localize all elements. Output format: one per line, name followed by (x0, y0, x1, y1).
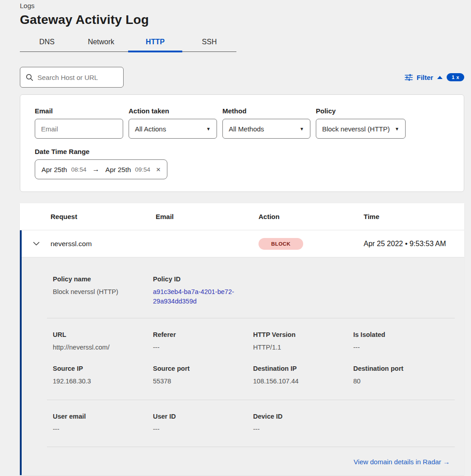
source-ip-label: Source IP (53, 365, 153, 372)
device-id-value: --- (253, 425, 353, 434)
section-divider (47, 400, 455, 400)
referer-label: Referer (153, 331, 253, 338)
section-divider (47, 447, 455, 447)
source-port-label: Source port (153, 365, 253, 372)
filter-icon (405, 74, 413, 81)
detail-policy-id: Policy ID a91c3eb4-ba7a-4201-be72-29a934… (153, 275, 253, 306)
policy-name-label: Policy name (53, 275, 153, 283)
tab-bar: DNS Network HTTP SSH (20, 34, 236, 52)
daterange-end-time[interactable]: 09:54 (135, 166, 150, 173)
log-detail-panel: Policy name Block neverssl (HTTP) Policy… (22, 257, 464, 475)
chevron-down-icon: ▼ (300, 126, 304, 131)
email-label: Email (35, 107, 123, 115)
destination-ip-value: 108.156.107.44 (253, 377, 353, 386)
filter-toggle-button[interactable]: Filter (417, 74, 434, 81)
detail-destination-port: Destination port 80 (353, 365, 453, 386)
radar-link-row: View domain details in Radar → (22, 458, 464, 466)
user-id-label: User ID (153, 413, 253, 420)
action-taken-label: Action taken (129, 107, 217, 115)
detail-referer: Referer --- (153, 331, 253, 352)
column-header-action: Action (259, 213, 364, 220)
user-id-value: --- (153, 425, 253, 434)
policy-label: Policy (316, 107, 406, 115)
email-input[interactable] (35, 119, 123, 139)
device-id-label: Device ID (253, 413, 353, 420)
method-label: Method (222, 107, 310, 115)
tab-http[interactable]: HTTP (128, 34, 182, 51)
policy-name-value: Block neverssl (HTTP) (53, 287, 153, 297)
detail-is-isolated: Is Isolated --- (353, 331, 453, 352)
clear-daterange-icon[interactable]: × (156, 166, 161, 173)
detail-network-row: Source IP 192.168.30.3 Source port 55378… (22, 365, 464, 386)
filter-panel: Email Action taken All Actions ▼ Method … (20, 94, 464, 192)
filter-field-method: Method All Methods ▼ (222, 107, 310, 139)
filter-field-email: Email (35, 107, 123, 139)
tab-network[interactable]: Network (74, 34, 128, 51)
daterange-label: Date Time Range (35, 148, 449, 155)
http-version-value: HTTP/1.1 (253, 343, 353, 352)
detail-user-email: User email --- (53, 413, 153, 434)
filter-count-badge[interactable]: 1 x (447, 73, 464, 81)
url-label: URL (53, 331, 153, 338)
policy-id-label: Policy ID (153, 275, 253, 283)
detail-user-row: User email --- User ID --- Device ID --- (22, 413, 464, 434)
detail-url: URL http://neverssl.com/ (53, 331, 153, 352)
destination-port-label: Destination port (353, 365, 453, 372)
row-time: Apr 25 2022 • 9:53:53 AM (364, 240, 464, 248)
destination-ip-label: Destination IP (253, 365, 353, 372)
arrow-right-icon: → (91, 165, 102, 173)
table-header-row: Request Email Action Time (20, 203, 464, 230)
table-row[interactable]: neverssl.com BLOCK Apr 25 2022 • 9:53:53… (22, 230, 464, 257)
row-action: BLOCK (259, 238, 364, 250)
daterange-start-time[interactable]: 08:54 (71, 166, 87, 173)
toolbar: Filter 1 x (20, 67, 464, 88)
detail-device-id: Device ID --- (253, 413, 353, 434)
source-port-value: 55378 (153, 377, 253, 386)
daterange-picker[interactable]: Apr 25th 08:54 → Apr 25th 09:54 × (35, 159, 167, 179)
http-version-label: HTTP Version (253, 331, 353, 338)
view-domain-radar-link[interactable]: View domain details in Radar → (354, 458, 450, 466)
daterange-start-date[interactable]: Apr 25th (42, 166, 67, 173)
referer-value: --- (153, 343, 253, 352)
user-email-value: --- (53, 425, 153, 434)
policy-select[interactable]: Block neverssl (HTTP) ▼ (316, 119, 406, 139)
detail-policy-row: Policy name Block neverssl (HTTP) Policy… (22, 275, 464, 306)
filter-field-action: Action taken All Actions ▼ (129, 107, 217, 139)
filter-controls: Filter 1 x (405, 73, 464, 81)
policy-select-value: Block neverssl (HTTP) (322, 125, 390, 133)
column-header-time: Time (364, 213, 464, 220)
daterange-end-date[interactable]: Apr 25th (106, 166, 131, 173)
chevron-down-icon[interactable] (33, 242, 40, 246)
section-divider (47, 318, 455, 318)
search-input[interactable] (37, 74, 127, 81)
tab-ssh[interactable]: SSH (182, 34, 236, 51)
detail-source-port: Source port 55378 (153, 365, 253, 386)
method-select[interactable]: All Methods ▼ (222, 119, 310, 139)
page-title: Gateway Activity Log (20, 13, 464, 27)
chevron-down-icon: ▼ (206, 126, 211, 131)
chevron-down-icon: ▼ (395, 126, 399, 131)
tab-dns[interactable]: DNS (20, 34, 74, 51)
action-select[interactable]: All Actions ▼ (129, 119, 217, 139)
detail-user-id: User ID --- (153, 413, 253, 434)
activity-table: Request Email Action Time neverssl.com B… (20, 203, 464, 475)
search-box[interactable] (20, 67, 124, 88)
row-request: neverssl.com (51, 240, 156, 248)
policy-id-link[interactable]: a91c3eb4-ba7a-4201-be72-29a934dd359d (153, 287, 240, 306)
user-email-label: User email (53, 413, 153, 420)
expanded-log-entry: neverssl.com BLOCK Apr 25 2022 • 9:53:53… (20, 230, 464, 475)
detail-policy-name: Policy name Block neverssl (HTTP) (53, 275, 153, 306)
source-ip-value: 192.168.30.3 (53, 377, 153, 386)
url-value: http://neverssl.com/ (53, 343, 153, 352)
action-select-value: All Actions (135, 125, 166, 133)
method-select-value: All Methods (229, 125, 264, 133)
search-icon (26, 74, 33, 81)
page-content: Logs Gateway Activity Log DNS Network HT… (20, 0, 464, 475)
filter-field-daterange: Date Time Range Apr 25th 08:54 → Apr 25t… (35, 148, 449, 179)
column-header-email: Email (156, 213, 259, 220)
detail-source-ip: Source IP 192.168.30.3 (53, 365, 153, 386)
breadcrumb: Logs (20, 0, 464, 9)
filter-field-policy: Policy Block neverssl (HTTP) ▼ (316, 107, 406, 139)
detail-destination-ip: Destination IP 108.156.107.44 (253, 365, 353, 386)
collapse-caret-icon[interactable] (437, 76, 443, 79)
